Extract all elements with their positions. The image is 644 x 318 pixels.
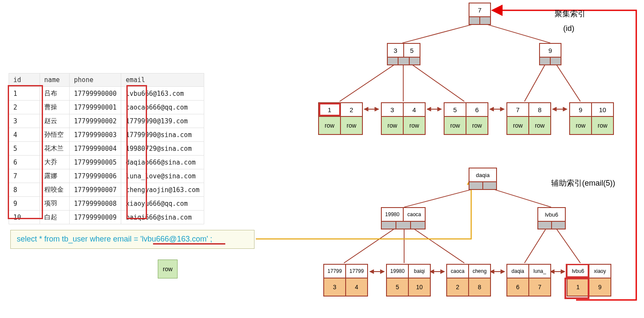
cell-id: 4 [9, 128, 40, 142]
cell-id: 6 [9, 156, 40, 169]
cell-name: 白起 [40, 211, 69, 224]
svg-line-12 [490, 188, 551, 207]
cell-name: 吕布 [40, 87, 69, 101]
cell-phone: 17799990000 [70, 87, 121, 101]
cell-phone: 17799990004 [70, 142, 121, 156]
secondary-leaf-3: daqialuna_ 67 [506, 264, 551, 297]
cell-id: 8 [9, 183, 40, 197]
table-row: 1吕布17799990000lvbu666@163.com [9, 87, 204, 101]
svg-line-17 [556, 229, 580, 263]
cell-phone: 17799990001 [70, 101, 121, 114]
table-row: 2曹操17799990001caocao666@qq.com [9, 101, 204, 114]
secondary-l2-1: lvbu6 [537, 207, 566, 229]
cell-id: 10 [9, 211, 40, 224]
cell-phone: 17799990008 [70, 197, 121, 211]
svg-line-4 [412, 64, 464, 101]
cell-phone: 17799990009 [70, 211, 121, 224]
table-row: 4孙悟空1779999000317799990@sina.com [9, 128, 204, 142]
secondary-root: daqia [469, 168, 497, 190]
clustered-l2-1: 9 [539, 43, 561, 65]
cell-name: 大乔 [40, 156, 69, 169]
cell-name: 孙悟空 [40, 128, 69, 142]
table-row: 6大乔17799990005daqiao666@sina.com [9, 156, 204, 169]
svg-line-5 [524, 64, 545, 101]
col-header-phone: phone [70, 73, 121, 87]
clustered-l2-0: 35 [387, 43, 420, 65]
svg-line-13 [344, 229, 395, 263]
cell-phone: 17799990002 [70, 114, 121, 128]
row-legend: row [158, 260, 178, 278]
cell-id: 5 [9, 142, 40, 156]
clustered-leaf-1: 34 rowrow [381, 102, 426, 135]
clustered-leaf-2: 56 rowrow [444, 102, 488, 135]
table-row: 9项羽17799990008xiaoyu666@qq.com [9, 197, 204, 211]
col-header-id: id [9, 73, 40, 87]
clustered-leaf-0: 12 rowrow [318, 102, 363, 135]
clustered-leaf-4: 910 rowrow [569, 102, 614, 135]
secondary-leaf-4: lvbu6xiaoy 19 [567, 264, 611, 297]
cell-email: caocao666@qq.com [121, 101, 204, 114]
svg-line-1 [486, 24, 550, 43]
svg-line-2 [340, 64, 395, 101]
clustered-root: 7 [469, 3, 491, 25]
secondary-index-label: 辅助索引(email(5)) [551, 178, 615, 188]
cell-email: xiaoyu666@qq.com [121, 197, 204, 211]
sql-email-underline [153, 243, 225, 245]
table-row: 5花木兰1779999000419980729@sina.com [9, 142, 204, 156]
cell-id: 1 [9, 87, 40, 101]
cell-phone: 17799990005 [70, 156, 121, 169]
cell-name: 项羽 [40, 197, 69, 211]
cell-email: lvbu666@163.com [121, 87, 204, 101]
cell-email: 17799990@139.com [121, 114, 204, 128]
col-header-name: name [40, 73, 69, 87]
cell-name: 赵云 [40, 114, 69, 128]
cell-id: 7 [9, 169, 40, 183]
clustered-index-label: 聚集索引 [555, 9, 586, 19]
svg-line-0 [402, 24, 474, 43]
col-header-email: email [121, 73, 204, 87]
cell-name: 花木兰 [40, 142, 69, 156]
cell-email: 19980729@sina.com [121, 142, 204, 156]
user-table: id name phone email 1吕布17799990000lvbu66… [9, 73, 204, 224]
table-row: 3赵云1779999000217799990@139.com [9, 114, 204, 128]
cell-email: 17799990@sina.com [121, 128, 204, 142]
secondary-leaf-2: caocacheng 28 [446, 264, 491, 297]
cell-phone: 17799990003 [70, 128, 121, 142]
sql-query-box: select * from tb_user where email = 'lvb… [10, 230, 255, 249]
svg-line-15 [414, 229, 464, 263]
table-row: 10白起17799990009baiqi666@sina.com [9, 211, 204, 224]
cell-email: luna_love@sina.com [121, 169, 204, 183]
table-row: 8程咬金17799990007chengyaojin@163.com [9, 183, 204, 197]
cell-name: 露娜 [40, 169, 69, 183]
svg-line-11 [404, 188, 476, 207]
cell-name: 程咬金 [40, 183, 69, 197]
cell-id: 3 [9, 114, 40, 128]
cell-email: chengyaojin@163.com [121, 183, 204, 197]
cell-email: baiqi666@sina.com [121, 211, 204, 224]
cell-phone: 17799990006 [70, 169, 121, 183]
secondary-leaf-0: 1779917799 34 [323, 264, 368, 297]
clustered-index-sub: (id) [563, 24, 574, 33]
secondary-leaf-1: 19980baiqi 510 [386, 264, 431, 297]
cell-id: 2 [9, 101, 40, 114]
secondary-l2-0: 19980caoca [381, 207, 426, 229]
cell-id: 9 [9, 197, 40, 211]
cell-name: 曹操 [40, 101, 69, 114]
cell-phone: 17799990007 [70, 183, 121, 197]
svg-line-6 [556, 64, 580, 101]
cell-email: daqiao666@sina.com [121, 156, 204, 169]
svg-line-16 [524, 229, 546, 263]
clustered-leaf-3: 78 rowrow [506, 102, 551, 135]
table-row: 7露娜17799990006luna_love@sina.com [9, 169, 204, 183]
